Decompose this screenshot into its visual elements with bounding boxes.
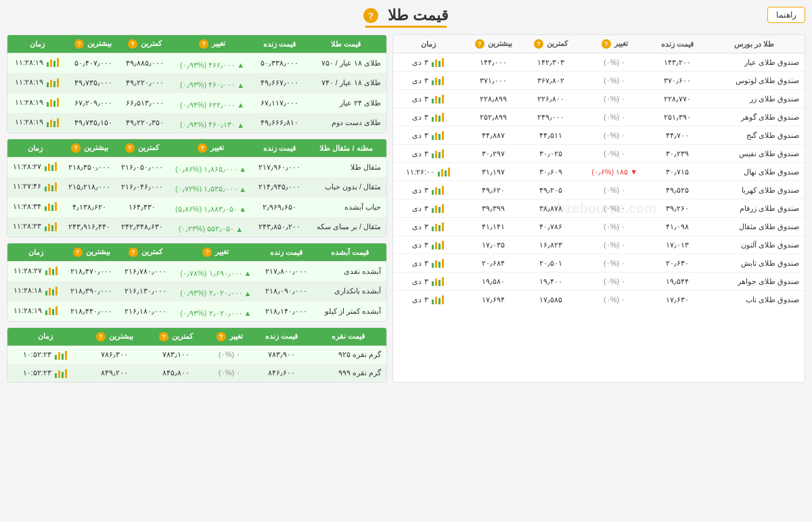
chart-icon[interactable] — [44, 221, 58, 232]
price-value: ۲٫۹۶۹٫۶۵۰ — [253, 197, 306, 218]
chart-icon[interactable] — [431, 130, 445, 141]
max-value: ۷۸۶٫۳۰۰ — [83, 346, 147, 364]
chart-icon[interactable] — [431, 93, 445, 104]
sil-col-min: کمترین ? — [147, 328, 206, 346]
mithqal-change-help[interactable]: ? — [198, 143, 207, 153]
chart-icon[interactable] — [45, 265, 58, 276]
min-help-icon[interactable]: ? — [534, 39, 543, 49]
max-value: ۲۱۸٫۳۵۰٫۰۰۰ — [63, 158, 116, 178]
max-help-icon[interactable]: ? — [475, 39, 484, 49]
sil-change-help[interactable]: ? — [217, 332, 226, 341]
price-value: ۸۴۶٫۶۰۰ — [253, 364, 310, 382]
chart-icon[interactable] — [45, 285, 58, 296]
svg-rect-56 — [47, 62, 49, 67]
change-value: ۰ (۰%) — [579, 272, 651, 291]
chart-icon[interactable] — [431, 258, 445, 268]
mithqal-max-help[interactable]: ? — [71, 143, 81, 153]
min-value: ۲۲۶٫۸۰۰ — [523, 90, 578, 108]
svg-rect-11 — [442, 95, 444, 103]
chart-icon[interactable] — [431, 185, 445, 195]
time-value: ۱۱:۲۸:۲۳ — [7, 218, 63, 235]
row-name: مثقال / بر مبنای سکه — [306, 217, 386, 237]
table-row: صندوق طلای کهربا ۴۹٫۵۲۵ ۰ (۰%) ۴۹٫۲۰۵ ۴۹… — [393, 181, 805, 199]
price-value: ۲۱۴٫۹۴۵٫۰۰۰ — [253, 177, 306, 197]
chart-icon[interactable] — [431, 221, 445, 232]
price-value: ۲۱۸٫۱۴۰٫۰۰۰ — [259, 302, 313, 321]
chart-icon[interactable] — [46, 57, 60, 68]
gold-col-max: بیشترین ? — [67, 35, 118, 53]
table-row: صندوق طلای گنج ۴۴٫۷۰۰ ۰ (۰%) ۴۴٫۵۱۱ ۴۴٫۸… — [393, 126, 805, 145]
chart-icon[interactable] — [431, 112, 445, 122]
chart-icon[interactable] — [431, 276, 445, 287]
svg-rect-84 — [45, 227, 47, 231]
svg-rect-20 — [432, 153, 434, 158]
row-name: صندوق طلای نهال — [704, 163, 805, 181]
change-value: ۰ (۰%) — [579, 108, 651, 126]
help-icon[interactable]: ? — [363, 8, 378, 23]
svg-rect-16 — [432, 135, 434, 140]
svg-rect-30 — [438, 189, 441, 195]
sil-min-help[interactable]: ? — [159, 332, 168, 341]
max-value: ۲۰٫۶۸۴ — [464, 254, 523, 272]
row-name: صندوق طلای گنج — [704, 126, 805, 145]
abs-change-help[interactable]: ? — [202, 247, 212, 257]
col-change: تغییر ? — [579, 35, 651, 53]
chart-icon[interactable] — [46, 97, 60, 108]
chart-icon[interactable] — [46, 117, 60, 128]
gold-min-help[interactable]: ? — [128, 39, 137, 49]
table-row: حباب آبشده ۲٫۹۶۹٫۶۵۰ ▲ ۱٫۸۸۳٫۰۵۰ (۵٫۸۶%)… — [7, 197, 386, 218]
min-value: ۴۹٫۲۲۰٫۳۵۰ — [119, 113, 171, 133]
svg-rect-37 — [435, 224, 437, 231]
svg-rect-51 — [442, 277, 444, 286]
chart-icon[interactable] — [54, 350, 68, 360]
min-value: ۱۴۲٫۳۰۳ — [523, 53, 578, 72]
svg-rect-40 — [432, 245, 434, 250]
change-value: ▼ ۱۸۵ (۰٫۶%) — [579, 163, 651, 181]
chart-icon[interactable] — [46, 77, 60, 88]
min-value: ۱۶۴٫۴۳۰ — [116, 197, 168, 218]
change-value: ▲ ۶۲۲٫۰۰۰ (۰٫۹۴%) — [171, 97, 254, 113]
svg-rect-50 — [438, 280, 441, 286]
abs-min-help[interactable]: ? — [129, 247, 138, 257]
chart-icon[interactable] — [54, 368, 68, 379]
svg-rect-96 — [45, 310, 47, 315]
gold-max-help[interactable]: ? — [74, 39, 84, 49]
mithqal-min-help[interactable]: ? — [125, 143, 135, 153]
svg-rect-68 — [47, 122, 49, 127]
chart-icon[interactable] — [44, 161, 58, 172]
min-value: ۶۶٫۵۱۳٫۰۰۰ — [119, 93, 171, 114]
back-button[interactable]: راهنما — [767, 7, 805, 23]
sil-max-help[interactable]: ? — [96, 332, 106, 341]
svg-rect-0 — [432, 62, 434, 67]
max-value: ۵۰٫۴۰۷٫۰۰۰ — [67, 53, 118, 74]
abs-col-name: قیمت آبشده — [313, 243, 386, 262]
svg-rect-79 — [55, 183, 57, 191]
change-help-icon[interactable]: ? — [602, 39, 611, 49]
chart-icon[interactable] — [431, 294, 445, 305]
chart-icon[interactable] — [431, 148, 445, 159]
svg-rect-17 — [435, 133, 437, 140]
gold-col-change: تغییر ? — [171, 35, 254, 53]
time-value: ۳ دی — [393, 254, 464, 272]
chart-icon[interactable] — [437, 166, 451, 177]
svg-rect-52 — [432, 300, 434, 304]
change-value: ▲ ۴۶۰٫۰۰۰ (۰٫۹۳%) — [171, 77, 254, 93]
svg-rect-83 — [55, 202, 57, 211]
chart-icon[interactable] — [44, 201, 58, 212]
chart-icon[interactable] — [44, 181, 58, 192]
chart-icon[interactable] — [431, 75, 445, 86]
row-name: صندوق طلای نفیس — [704, 145, 805, 163]
svg-rect-71 — [57, 118, 59, 127]
chart-icon[interactable] — [431, 239, 445, 250]
svg-rect-25 — [441, 169, 443, 176]
table-row: صندوق طلای گوهر ۲۵۱٫۳۹۰ ۰ (۰%) ۲۴۹٫۰۰۰ ۲… — [393, 108, 805, 126]
chart-icon[interactable] — [45, 305, 58, 316]
row-name: طلای ۱۸ عیار / ۷۵۰ — [305, 53, 386, 74]
max-value: ۳۷۱٫۰۰۰ — [464, 72, 523, 90]
chart-icon[interactable] — [431, 57, 445, 68]
svg-rect-98 — [52, 309, 54, 315]
gold-change-help[interactable]: ? — [199, 39, 208, 49]
chart-icon[interactable] — [431, 203, 445, 214]
svg-rect-32 — [432, 208, 434, 213]
abs-max-help[interactable]: ? — [73, 247, 83, 257]
